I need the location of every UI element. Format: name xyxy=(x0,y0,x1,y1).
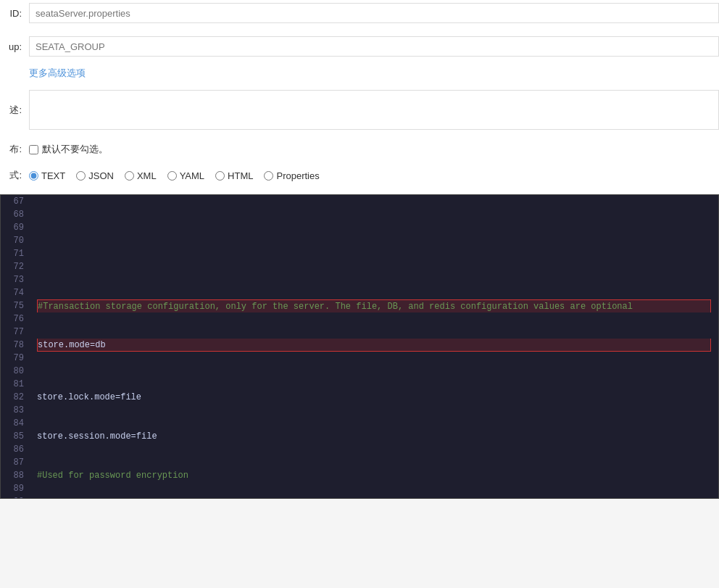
line-num-75: 75 xyxy=(7,299,24,312)
id-input[interactable] xyxy=(29,3,719,23)
publish-checkbox[interactable] xyxy=(29,145,38,154)
line-num-83: 83 xyxy=(7,404,24,417)
desc-row: 述: xyxy=(0,87,719,133)
format-radio-group: TEXT JSON XML YAML HTML Properties xyxy=(29,170,320,181)
line-numbers: 67 68 69 70 71 72 73 74 75 76 77 78 79 8… xyxy=(1,195,30,498)
id-label: ID: xyxy=(0,8,22,19)
line-num-70: 70 xyxy=(7,234,24,247)
line-num-68: 68 xyxy=(7,208,24,221)
line-num-76: 76 xyxy=(7,312,24,326)
line-num-78: 78 xyxy=(7,339,24,352)
format-xml-radio[interactable] xyxy=(125,171,134,181)
line-num-74: 74 xyxy=(7,286,24,299)
publish-checkbox-label[interactable]: 默认不要勾选。 xyxy=(29,143,108,156)
code-line-69: store.mode=db xyxy=(37,339,711,352)
format-text-label: TEXT xyxy=(41,170,65,181)
line-num-84: 84 xyxy=(7,417,24,430)
code-editor[interactable]: 67 68 69 70 71 72 73 74 75 76 77 78 79 8… xyxy=(1,195,718,498)
format-yaml[interactable]: YAML xyxy=(167,170,204,181)
publish-checkbox-text: 默认不要勾选。 xyxy=(42,143,108,156)
line-num-79: 79 xyxy=(7,352,24,365)
code-content: #Transaction storage configuration, only… xyxy=(30,195,718,498)
code-line-67 xyxy=(37,234,711,247)
format-text-radio[interactable] xyxy=(29,171,38,181)
code-editor-wrapper: 67 68 69 70 71 72 73 74 75 76 77 78 79 8… xyxy=(0,194,719,499)
format-json-label: JSON xyxy=(88,170,114,181)
code-line-72: #Used for password encryption xyxy=(37,469,711,482)
group-row: up: xyxy=(0,33,719,59)
group-label: up: xyxy=(0,41,22,52)
format-json[interactable]: JSON xyxy=(76,170,114,181)
format-html-radio[interactable] xyxy=(215,171,225,181)
format-label: 式: xyxy=(0,169,22,182)
publish-row: 布: 默认不要勾选。 xyxy=(0,140,719,159)
format-properties-label: Properties xyxy=(276,170,319,181)
form-section: ID: up: 更多高级选项 述: 布: 默认不要勾选。 式: TEXT JSO xyxy=(0,0,719,194)
line-num-71: 71 xyxy=(7,247,24,260)
format-json-radio[interactable] xyxy=(76,171,86,181)
format-yaml-radio[interactable] xyxy=(167,171,177,181)
line-num-88: 88 xyxy=(7,469,24,482)
format-row: 式: TEXT JSON XML YAML HTML xyxy=(0,166,719,185)
line-num-87: 87 xyxy=(7,456,24,469)
format-xml-label: XML xyxy=(137,170,157,181)
format-xml[interactable]: XML xyxy=(125,170,157,181)
line-num-67: 67 xyxy=(7,195,24,208)
line-num-80: 80 xyxy=(7,365,24,378)
id-row: ID: xyxy=(0,0,719,26)
line-num-69: 69 xyxy=(7,221,24,234)
line-num-85: 85 xyxy=(7,430,24,443)
line-num-86: 86 xyxy=(7,443,24,456)
code-line-68: #Transaction storage configuration, only… xyxy=(37,299,711,312)
code-line-71: store.session.mode=file xyxy=(37,430,711,443)
desc-label: 述: xyxy=(0,104,22,117)
group-input[interactable] xyxy=(29,36,719,57)
format-properties-radio[interactable] xyxy=(264,171,273,181)
line-num-72: 72 xyxy=(7,260,24,273)
line-num-90: 90 xyxy=(7,495,24,498)
format-text[interactable]: TEXT xyxy=(29,170,65,181)
line-num-81: 81 xyxy=(7,378,24,391)
code-line-70: store.lock.mode=file xyxy=(37,391,711,404)
format-properties[interactable]: Properties xyxy=(264,170,319,181)
format-html-label: HTML xyxy=(228,170,253,181)
line-num-89: 89 xyxy=(7,482,24,495)
format-yaml-label: YAML xyxy=(180,170,204,181)
format-html[interactable]: HTML xyxy=(215,170,253,181)
line-num-73: 73 xyxy=(7,273,24,286)
line-num-82: 82 xyxy=(7,391,24,404)
advanced-options-link[interactable]: 更多高级选项 xyxy=(29,67,719,80)
publish-label: 布: xyxy=(0,143,22,156)
desc-textarea[interactable] xyxy=(29,90,719,130)
line-num-77: 77 xyxy=(7,326,24,339)
